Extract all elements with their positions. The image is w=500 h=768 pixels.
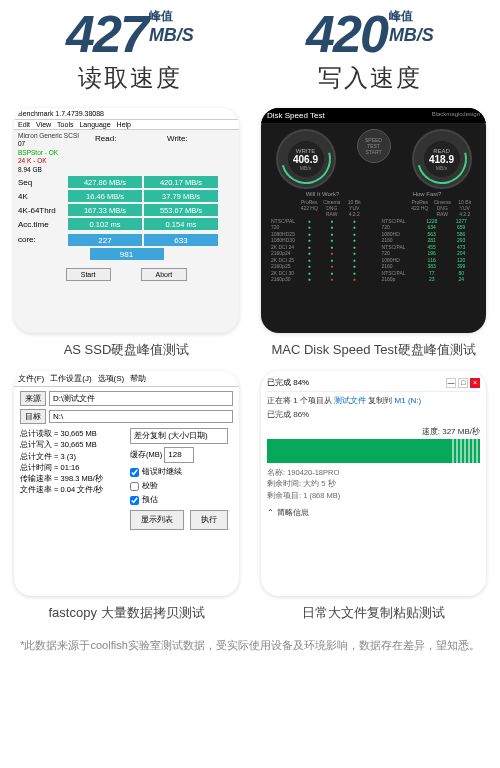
read-gauge-value: 418.9	[429, 154, 454, 165]
dst-grid-right: ProRes 422 HQCinema DNG RAW10 Bit YUV 4:…	[376, 197, 483, 285]
buf-input[interactable]: 128	[164, 447, 194, 463]
seq-write: 420.17 MB/s	[144, 176, 218, 188]
start-button[interactable]: Start	[66, 268, 111, 281]
chk-estimate[interactable]	[130, 496, 139, 505]
device-fw: 07	[18, 140, 91, 148]
progress-pattern	[450, 439, 480, 463]
menu-language[interactable]: Language	[79, 121, 110, 128]
4k-write: 37.79 MB/s	[144, 190, 218, 202]
4k-read: 16.46 MB/s	[68, 190, 142, 202]
start-button-gauge[interactable]: SPEED TEST START	[357, 129, 391, 163]
minimize-icon[interactable]: —	[446, 378, 456, 388]
write-speed-block: 420 峰值 MB/S 写入速度	[306, 8, 434, 94]
dst-panel: Disk Speed Test Blackmagicdesign WRITE 4…	[261, 108, 486, 333]
cp-meta: 名称: 190420-18PRO 剩余时间: 大约 5 秒 剩余项目: 1 (8…	[267, 467, 480, 501]
read-label: 读取速度	[66, 62, 194, 94]
device-name: Micron Generic SCSI	[18, 132, 91, 140]
buf-label: 缓存(MB)	[130, 449, 162, 460]
acc-read: 0.102 ms	[68, 218, 142, 230]
score-label: core:	[18, 235, 68, 244]
fc-stats: 总计读取 = 30,665 MB 总计写入 = 30,665 MB 总计文件 =…	[20, 428, 130, 530]
fc-menu-file[interactable]: 文件(F)	[18, 373, 44, 384]
score-write: 633	[144, 234, 218, 246]
read-gauge-unit: MB/s	[436, 165, 447, 171]
read-peak-label: 峰值	[149, 8, 173, 25]
read-unit: MB/S	[149, 25, 194, 46]
write-gauge-unit: MB/s	[300, 165, 311, 171]
cp-speed: 速度: 327 MB/秒	[267, 426, 480, 437]
write-label: 写入速度	[306, 62, 434, 94]
chevron-up-icon: ⌃	[267, 508, 274, 517]
chk-verify[interactable]	[130, 482, 139, 491]
copy-dialog-panel: 已完成 84% — □ × 正在将 1 个项目从 测试文件 复制到 M1 (N:…	[261, 371, 486, 596]
abort-button[interactable]: Abort	[141, 268, 188, 281]
as-ssd-menu: Edit View Tools Language Help	[14, 120, 239, 130]
src-input[interactable]: D:\测试文件	[49, 391, 233, 406]
progress-fill	[267, 439, 450, 463]
write-speed-value: 420	[306, 8, 387, 60]
device-align: 24 K - OK	[18, 157, 91, 165]
exec-button[interactable]: 执行	[190, 510, 228, 530]
write-unit: MB/S	[389, 25, 434, 46]
cp-title: 已完成 84%	[267, 377, 309, 388]
acc-write: 0.154 ms	[144, 218, 218, 230]
row-seq: Seq	[18, 178, 68, 187]
fc-menu-job[interactable]: 工作设置(J)	[50, 373, 91, 384]
read-header: Read:	[91, 132, 163, 146]
list-button[interactable]: 显示列表	[130, 510, 184, 530]
as-ssd-caption: AS SSD硬盘峰值测试	[14, 341, 239, 359]
row-acc: Acc.time	[18, 220, 68, 229]
read-speed-value: 427	[66, 8, 147, 60]
write-header: Write:	[163, 132, 235, 146]
close-icon[interactable]: ×	[470, 378, 480, 388]
score-total: 981	[90, 248, 164, 260]
dst-grid-left: ProRes 422 HQCinema DNG RAW10 Bit YUV 4:…	[265, 197, 372, 285]
less-info-toggle[interactable]: ⌃ 简略信息	[267, 507, 480, 518]
read-gauge: READ 418.9 MB/s	[412, 129, 472, 189]
dst-brand: Blackmagicdesign	[432, 111, 480, 120]
as-ssd-title: Benchmark 1.7.4739.38088	[14, 108, 239, 120]
dst-title: Disk Speed Test	[267, 111, 325, 120]
maximize-icon[interactable]: □	[458, 378, 468, 388]
dst-button[interactable]: 目标	[20, 409, 46, 424]
4k64-read: 167.33 MB/s	[68, 204, 142, 216]
src-button[interactable]: 来源	[20, 391, 46, 406]
fastcopy-panel: 文件(F) 工作设置(J) 选项(S) 帮助 来源 D:\测试文件 目标 N:\…	[14, 371, 239, 596]
4k64-write: 553.67 MB/s	[144, 204, 218, 216]
read-speed-block: 427 峰值 MB/S 读取速度	[66, 8, 194, 94]
device-driver: BSPStor - OK	[18, 149, 91, 157]
mode-select[interactable]: 差分复制 (大小/日期)	[130, 428, 228, 444]
chk-continue[interactable]	[130, 468, 139, 477]
menu-help[interactable]: Help	[117, 121, 131, 128]
row-4k: 4K	[18, 192, 68, 201]
cp-percent: 已完成 86%	[267, 409, 480, 420]
progress-bar	[267, 439, 480, 463]
seq-read: 427.86 MB/s	[68, 176, 142, 188]
device-size: 8.94 GB	[18, 166, 91, 174]
fc-menu-options[interactable]: 选项(S)	[98, 373, 125, 384]
row-4k64: 4K-64Thrd	[18, 206, 68, 215]
fc-menu-help[interactable]: 帮助	[130, 373, 146, 384]
dst-caption: MAC Disk Speed Test硬盘峰值测试	[261, 341, 486, 359]
speed-header: 427 峰值 MB/S 读取速度 420 峰值 MB/S 写入速度	[0, 0, 500, 98]
as-ssd-table: Seq427.86 MB/s420.17 MB/s 4K16.46 MB/s37…	[14, 176, 239, 260]
cp-desc: 正在将 1 个项目从 测试文件 复制到 M1 (N:)	[267, 395, 480, 406]
write-gauge: WRITE 406.9 MB/s	[276, 129, 336, 189]
write-peak-label: 峰值	[389, 8, 413, 25]
menu-tools[interactable]: Tools	[57, 121, 73, 128]
cp-caption: 日常大文件复制粘贴测试	[261, 604, 486, 622]
fc-menu: 文件(F) 工作设置(J) 选项(S) 帮助	[14, 371, 239, 387]
write-gauge-label: WRITE	[296, 148, 315, 154]
dst-input[interactable]: N:\	[49, 410, 233, 423]
footnote: *此数据来源于coolfish实验室测试数据，受实际使用设备及环境影响，数据存在…	[0, 638, 500, 653]
menu-view[interactable]: View	[36, 121, 51, 128]
read-gauge-label: READ	[433, 148, 450, 154]
panels-grid: Benchmark 1.7.4739.38088 Edit View Tools…	[0, 98, 500, 632]
as-ssd-panel: Benchmark 1.7.4739.38088 Edit View Tools…	[14, 108, 239, 333]
menu-edit[interactable]: Edit	[18, 121, 30, 128]
score-read: 227	[68, 234, 142, 246]
write-gauge-value: 406.9	[293, 154, 318, 165]
fc-caption: fastcopy 大量数据拷贝测试	[14, 604, 239, 622]
